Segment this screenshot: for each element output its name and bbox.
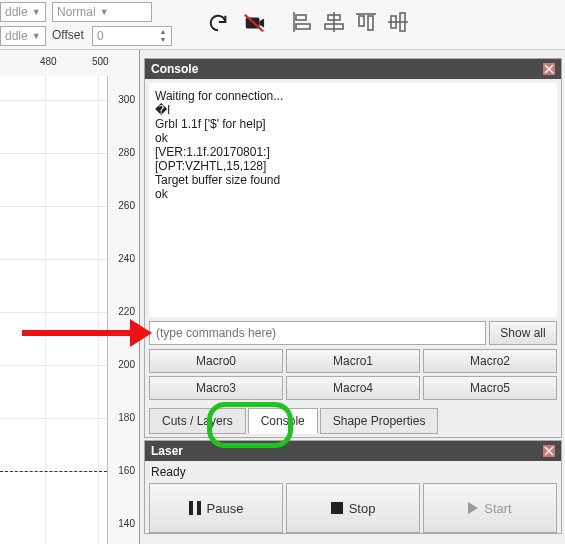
canvas-background[interactable] (0, 76, 108, 544)
button-label: Stop (349, 501, 376, 516)
ruler-tick: 260 (118, 200, 135, 211)
spin-arrows: ▲▼ (156, 27, 170, 45)
panel-title-text: Console (151, 62, 198, 76)
canvas-area: 480 500 300 280 260 240 220 200 180 160 … (0, 50, 140, 544)
align-left-icon[interactable] (290, 10, 314, 34)
console-panel-title: Console (145, 59, 561, 79)
ruler-horizontal: 480 500 (0, 56, 140, 76)
combo-value: ddle (5, 29, 28, 43)
tab-cuts-layers[interactable]: Cuts / Layers (149, 408, 246, 434)
button-label: Start (484, 501, 511, 516)
ruler-tick: 480 (40, 56, 57, 67)
chevron-down-icon: ▼ (32, 7, 41, 17)
ruler-tick: 220 (118, 306, 135, 317)
button-label: Macro2 (470, 354, 510, 368)
svg-rect-4 (296, 15, 306, 20)
console-input-row: Show all (149, 321, 557, 345)
macro1-button[interactable]: Macro1 (286, 349, 420, 373)
laser-button-row: Pause Stop Start (149, 483, 557, 533)
button-label: Macro1 (333, 354, 373, 368)
console-panel: Console Waiting for connection... �I Grb… (144, 58, 562, 438)
ruler-tick: 160 (118, 465, 135, 476)
svg-rect-10 (359, 16, 364, 26)
ruler-tick: 240 (118, 253, 135, 264)
macro-grid: Macro0 Macro1 Macro2 Macro3 Macro4 Macro… (149, 349, 557, 400)
svg-rect-21 (189, 501, 193, 515)
button-label: Macro4 (333, 381, 373, 395)
combo-box-1[interactable]: ddle ▼ (0, 2, 46, 22)
offset-spinbox[interactable]: 0 ▲▼ (92, 26, 172, 46)
chevron-down-icon: ▼ (100, 7, 109, 17)
align-top-icon[interactable] (354, 10, 378, 34)
button-label: Macro0 (196, 354, 236, 368)
console-output: Waiting for connection... �I Grbl 1.1f [… (149, 83, 557, 317)
ruler-tick: 280 (118, 147, 135, 158)
pause-button[interactable]: Pause (149, 483, 283, 533)
top-toolbar: ddle ▼ Normal ▼ ddle ▼ Offset 0 ▲▼ (0, 0, 565, 50)
stop-icon (331, 502, 343, 514)
macro2-button[interactable]: Macro2 (423, 349, 557, 373)
close-icon[interactable] (543, 445, 555, 457)
pause-icon (189, 501, 201, 515)
tab-row: Cuts / Layers Console Shape Properties (149, 408, 557, 434)
laser-status: Ready (145, 461, 561, 483)
combo-box-2[interactable]: Normal ▼ (52, 2, 152, 22)
align-center-v-icon[interactable] (386, 10, 410, 34)
panel-title-text: Laser (151, 444, 183, 458)
show-all-button[interactable]: Show all (489, 321, 557, 345)
tool-icons-group (205, 10, 267, 36)
tab-label: Console (261, 414, 305, 428)
console-input[interactable] (149, 321, 486, 345)
button-label: Macro5 (470, 381, 510, 395)
svg-rect-22 (197, 501, 201, 515)
svg-marker-1 (260, 18, 265, 27)
button-label: Pause (207, 501, 244, 516)
tab-label: Shape Properties (333, 414, 426, 428)
close-icon[interactable] (543, 63, 555, 75)
refresh-icon[interactable] (205, 10, 231, 36)
laser-panel-title: Laser (145, 441, 561, 461)
offset-value: 0 (97, 29, 104, 43)
tab-shape-properties[interactable]: Shape Properties (320, 408, 439, 434)
macro0-button[interactable]: Macro0 (149, 349, 283, 373)
ruler-tick: 300 (118, 94, 135, 105)
svg-rect-11 (368, 16, 373, 30)
ruler-tick: 200 (118, 359, 135, 370)
play-icon (468, 502, 478, 514)
macro5-button[interactable]: Macro5 (423, 376, 557, 400)
align-center-h-icon[interactable] (322, 10, 346, 34)
tab-console[interactable]: Console (248, 408, 318, 434)
stop-button[interactable]: Stop (286, 483, 420, 533)
ruler-tick: 140 (118, 518, 135, 529)
ruler-vertical: 300 280 260 240 220 200 180 160 140 (109, 76, 139, 544)
chevron-down-icon: ▼ (32, 31, 41, 41)
combo-value: Normal (57, 5, 96, 19)
combo-box-3[interactable]: ddle ▼ (0, 26, 46, 46)
offset-label: Offset (52, 28, 84, 42)
align-icons-group (290, 10, 410, 34)
ruler-tick: 180 (118, 412, 135, 423)
laser-panel: Laser Ready Pause Stop Start (144, 440, 562, 534)
macro4-button[interactable]: Macro4 (286, 376, 420, 400)
tab-label: Cuts / Layers (162, 414, 233, 428)
ruler-tick: 500 (92, 56, 109, 67)
button-label: Show all (500, 326, 545, 340)
combo-value: ddle (5, 5, 28, 19)
camera-off-icon[interactable] (241, 10, 267, 36)
macro3-button[interactable]: Macro3 (149, 376, 283, 400)
svg-rect-5 (296, 24, 310, 29)
button-label: Macro3 (196, 381, 236, 395)
start-button[interactable]: Start (423, 483, 557, 533)
